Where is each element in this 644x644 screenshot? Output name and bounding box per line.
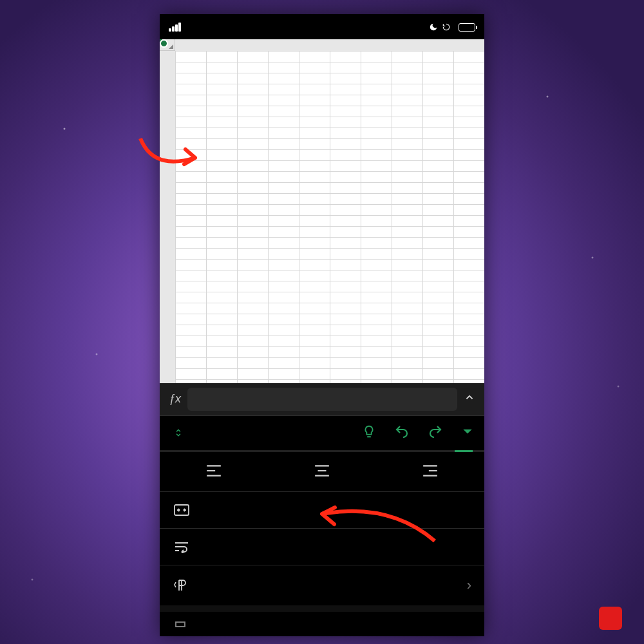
selection-handle-bottom[interactable] (160, 39, 168, 48)
align-left-button[interactable] (205, 464, 222, 480)
align-center-button[interactable] (314, 464, 330, 480)
format-painter-icon (173, 621, 191, 634)
wrap-text-button[interactable] (160, 528, 484, 565)
merge-icon (173, 504, 191, 516)
alignment-row (160, 452, 484, 491)
align-right-button[interactable] (422, 464, 439, 480)
column-headers[interactable] (175, 39, 484, 51)
undo-icon[interactable] (394, 424, 410, 442)
rotation-lock-icon (442, 23, 451, 32)
status-bar (160, 14, 484, 39)
formula-expand-icon[interactable] (464, 392, 475, 406)
merge-center-button[interactable] (160, 491, 484, 528)
cell-grid[interactable] (175, 51, 484, 383)
formula-bar: ƒx (160, 383, 484, 415)
menu-separator (160, 605, 484, 612)
signal-icon (169, 23, 181, 32)
text-direction-button[interactable]: › (160, 565, 484, 605)
chevron-right-icon: › (467, 577, 471, 594)
toolbar-tab-home[interactable] (170, 427, 183, 439)
toolbar (160, 415, 484, 451)
lightbulb-icon[interactable] (362, 424, 376, 441)
wrap-text-icon (173, 540, 191, 553)
spreadsheet[interactable] (160, 39, 484, 383)
battery-icon (459, 23, 475, 32)
text-direction-icon (173, 578, 191, 592)
format-menu: › (160, 491, 484, 636)
row-headers[interactable] (160, 51, 175, 383)
collapse-icon[interactable] (461, 425, 474, 440)
tab-switch-icon (174, 427, 183, 439)
moon-icon (429, 23, 438, 32)
formula-input[interactable] (187, 388, 457, 411)
watermark-badge (599, 607, 622, 630)
svg-rect-0 (175, 505, 189, 515)
redo-icon[interactable] (428, 424, 443, 442)
watermark (599, 607, 625, 630)
format-painter-button[interactable] (160, 612, 484, 636)
phone-frame: ƒx › (160, 14, 484, 636)
fx-icon[interactable]: ƒx (169, 392, 181, 406)
svg-rect-1 (176, 622, 185, 627)
